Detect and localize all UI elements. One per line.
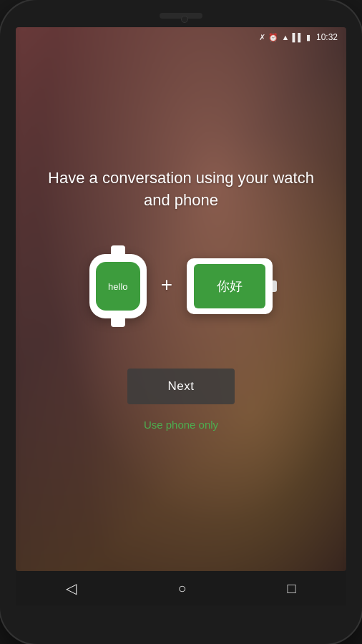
home-button[interactable]: ○ bbox=[177, 580, 186, 597]
screen: ✗ ⏰ ▲ ▌▌ ▮ 10:32 Have a conversation usi… bbox=[16, 27, 346, 571]
illustration: hello + 你好 bbox=[89, 254, 273, 318]
back-button[interactable]: ◁ bbox=[66, 580, 77, 597]
use-phone-only-link[interactable]: Use phone only bbox=[144, 419, 218, 431]
watch-screen: hello bbox=[96, 262, 140, 311]
camera bbox=[181, 16, 188, 23]
wifi-icon: ▲ bbox=[281, 33, 289, 42]
phone-frame: ✗ ⏰ ▲ ▌▌ ▮ 10:32 Have a conversation usi… bbox=[0, 0, 362, 644]
status-bar: ✗ ⏰ ▲ ▌▌ ▮ 10:32 bbox=[16, 27, 346, 47]
status-icons: ✗ ⏰ ▲ ▌▌ ▮ 10:32 bbox=[259, 32, 338, 42]
phone-label: 你好 bbox=[217, 278, 243, 295]
status-time: 10:32 bbox=[316, 32, 338, 42]
nav-bar: ◁ ○ □ bbox=[16, 571, 346, 605]
recents-button[interactable]: □ bbox=[287, 580, 295, 597]
bluetooth-icon: ✗ bbox=[259, 33, 265, 42]
phone-illustration-screen: 你好 bbox=[194, 264, 265, 308]
alarm-icon: ⏰ bbox=[268, 33, 278, 42]
watch-label: hello bbox=[108, 281, 127, 292]
battery-icon: ▮ bbox=[306, 33, 310, 42]
headline: Have a conversation using your watch and… bbox=[16, 167, 346, 212]
watch-container: hello bbox=[89, 254, 147, 318]
phone-button bbox=[273, 280, 277, 292]
watch: hello bbox=[89, 254, 147, 318]
plus-icon: + bbox=[161, 273, 172, 296]
next-button[interactable]: Next bbox=[127, 369, 235, 404]
screen-content: Have a conversation using your watch and… bbox=[16, 27, 346, 571]
signal-icon: ▌▌ bbox=[292, 33, 303, 42]
phone-illustration: 你好 bbox=[187, 258, 273, 314]
